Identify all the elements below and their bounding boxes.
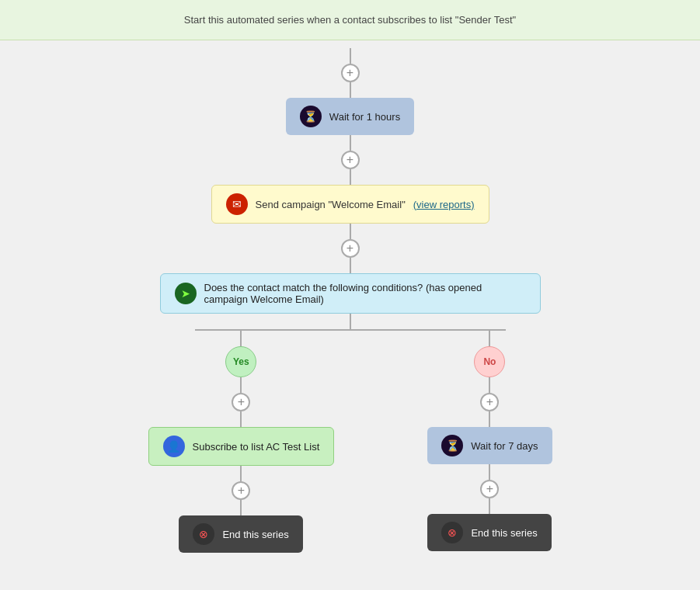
wait-1-hours-label: Wait for 1 hours <box>329 111 400 123</box>
connector <box>350 48 351 64</box>
person-icon: 👤 <box>163 436 185 457</box>
no-branch: No + ⏳ Wait for 7 days + ⊗ End this seri… <box>427 331 552 551</box>
connector <box>350 169 351 185</box>
connector <box>240 331 242 346</box>
add-button-no[interactable]: + <box>480 393 499 411</box>
flow-container: + ⏳ Wait for 1 hours + ✉ Send campaign "… <box>0 40 700 584</box>
add-button-after-wait1[interactable]: + <box>341 151 360 169</box>
branch-split: Yes + 👤 Subscribe to list AC Test List +… <box>0 331 700 553</box>
campaign-node[interactable]: ✉ Send campaign "Welcome Email" (view re… <box>211 185 489 224</box>
wait-7-days-label: Wait for 7 days <box>471 440 538 452</box>
connector <box>489 331 490 346</box>
end-series-2-node[interactable]: ⊗ End this series <box>427 514 552 551</box>
add-button-top[interactable]: + <box>341 64 360 82</box>
connector <box>240 500 242 515</box>
connector <box>489 411 490 427</box>
wait-1-hours-node[interactable]: ⏳ Wait for 1 hours <box>286 98 414 135</box>
end-series-1-node[interactable]: ⊗ End this series <box>179 515 303 553</box>
hourglass-icon: ⏳ <box>300 106 322 127</box>
yes-label: Yes <box>225 346 256 377</box>
top-banner: Start this automated series when a conta… <box>0 0 700 40</box>
connector <box>350 258 351 273</box>
end-series-2-label: End this series <box>471 527 537 539</box>
end-series-1-label: End this series <box>222 529 288 540</box>
connector <box>350 82 351 98</box>
wait-7-days-node[interactable]: ⏳ Wait for 7 days <box>427 427 552 464</box>
subscribe-label: Subscribe to list AC Test List <box>193 441 320 453</box>
connector <box>489 498 490 514</box>
banner-text: Start this automated series when a conta… <box>184 14 516 26</box>
connector <box>350 224 351 239</box>
add-button-yes[interactable]: + <box>232 393 250 411</box>
condition-node[interactable]: ➤ Does the contact match the following c… <box>160 273 541 314</box>
envelope-icon: ✉ <box>226 193 248 215</box>
connector <box>350 314 351 329</box>
connector <box>489 377 490 393</box>
no-label: No <box>474 346 505 377</box>
condition-icon: ➤ <box>175 283 197 304</box>
condition-label: Does the contact match the following con… <box>204 282 526 305</box>
view-reports-link[interactable]: (view reports) <box>413 199 475 210</box>
connector <box>240 466 242 481</box>
connector <box>240 377 242 393</box>
subscribe-node[interactable]: 👤 Subscribe to list AC Test List <box>148 427 335 466</box>
connector <box>350 135 351 151</box>
connector <box>489 464 490 480</box>
add-button-after-wait7[interactable]: + <box>480 480 499 498</box>
connector <box>240 411 242 427</box>
stop-icon-2: ⊗ <box>441 522 463 543</box>
hourglass-icon-2: ⏳ <box>441 435 463 456</box>
yes-branch: Yes + 👤 Subscribe to list AC Test List +… <box>148 331 335 553</box>
add-button-after-subscribe[interactable]: + <box>232 481 250 500</box>
add-button-after-campaign[interactable]: + <box>341 239 360 258</box>
stop-icon-1: ⊗ <box>193 523 214 545</box>
campaign-label: Send campaign "Welcome Email" <box>256 199 406 210</box>
